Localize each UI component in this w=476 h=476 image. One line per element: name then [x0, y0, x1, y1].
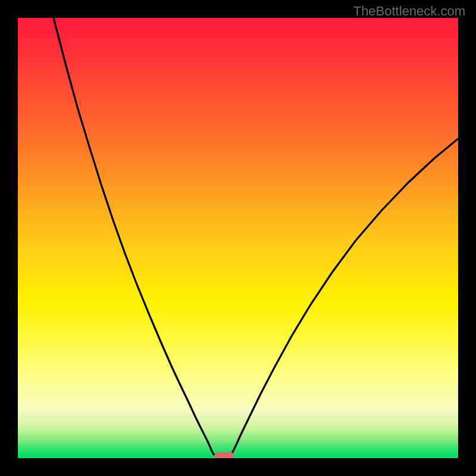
- watermark: TheBottleneck.com: [353, 4, 465, 19]
- left-curve: [54, 18, 214, 455]
- right-curve: [231, 139, 458, 455]
- chart-frame: [18, 18, 458, 458]
- bottom-marker: [215, 452, 234, 458]
- curve-layer: [18, 18, 458, 458]
